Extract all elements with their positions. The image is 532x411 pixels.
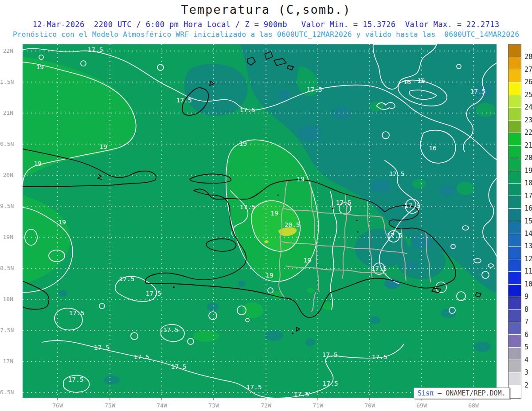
y-axis-label: 22N bbox=[0, 47, 13, 54]
contour-label: 17.5 bbox=[240, 204, 255, 211]
contour-label: 19 bbox=[239, 140, 246, 147]
colorbar-segment bbox=[509, 335, 521, 347]
colorbar-segment bbox=[509, 57, 521, 70]
contour-label: 19 bbox=[297, 176, 304, 183]
longitude-axis: 76W75W74W73W72W71W70W69W68W bbox=[0, 400, 532, 411]
colorbar-tick-label: 27 bbox=[524, 66, 532, 74]
contour-label: 17.5 bbox=[323, 380, 338, 387]
contour-label: 16 bbox=[417, 77, 425, 84]
contour-label: 17.5 bbox=[336, 199, 352, 206]
colorbar-segment bbox=[509, 247, 521, 259]
x-axis-label: 68W bbox=[462, 402, 485, 409]
contour-label: 17.5 bbox=[294, 391, 309, 398]
y-axis-label: 8.5N bbox=[0, 265, 13, 271]
colorbar-tick-label: 21 bbox=[524, 141, 532, 149]
colorbar-segment bbox=[509, 146, 521, 158]
x-axis-tick bbox=[317, 398, 318, 400]
contour-label: 17.5 bbox=[405, 202, 420, 209]
colorbar-tick-label: 12 bbox=[524, 255, 532, 263]
x-axis-label: 73W bbox=[203, 402, 225, 409]
contour-label: 20.5 bbox=[285, 221, 300, 228]
contour-label: 17.5 bbox=[470, 88, 486, 95]
y-axis-label: 6.5N bbox=[0, 389, 13, 395]
colorbar-segment bbox=[509, 171, 521, 184]
colorbar-segment bbox=[509, 385, 521, 398]
x-axis-label: 72W bbox=[255, 402, 277, 409]
colorbar-segment bbox=[509, 133, 521, 145]
colorbar-tick-label: 17 bbox=[524, 192, 532, 200]
colorbar-tick-label: 26 bbox=[524, 78, 532, 86]
credit-text: – ONAMET/REP.DOM. bbox=[434, 389, 506, 397]
contour-label: 17.5 bbox=[322, 351, 338, 358]
contour-label: 17.5 bbox=[88, 46, 103, 53]
x-axis-label: 76W bbox=[47, 402, 69, 409]
colorbar-tick-label: 11 bbox=[524, 267, 532, 275]
colorbar-tick-label: 24 bbox=[524, 103, 532, 111]
contour-label: 19 bbox=[270, 210, 278, 217]
contour-label: 16 bbox=[429, 145, 436, 152]
colorbar-tick-label: 10 bbox=[524, 280, 532, 288]
contour-label: 17.5 bbox=[171, 363, 187, 370]
contour-label: 17.5 bbox=[163, 326, 179, 333]
colorbar-tick-label: 9 bbox=[524, 293, 528, 301]
grads-temperature-forecast-page: { "header": { "title": "Temperatura (C,s… bbox=[0, 0, 532, 411]
colorbar-segment bbox=[509, 285, 521, 297]
colorbar-segment bbox=[509, 184, 521, 196]
colorbar-segment bbox=[509, 221, 521, 234]
credit-box: Sisπ – ONAMET/REP.DOM. bbox=[414, 388, 510, 399]
contour-label: 19 bbox=[58, 219, 66, 226]
contour-label: 19 bbox=[303, 257, 311, 264]
colorbar-tick-label: 23 bbox=[524, 116, 532, 124]
pi-icon: π bbox=[430, 389, 434, 397]
model-init-line: Pronóstico con el Modelo Atmosférico WRF… bbox=[0, 30, 532, 39]
x-axis-tick bbox=[161, 398, 162, 400]
contour-label: 17.5 bbox=[307, 86, 322, 93]
contour-label: 19 bbox=[266, 272, 273, 279]
colorbar-tick-label: 3 bbox=[524, 368, 528, 376]
colorbar-tick-label: 22 bbox=[524, 129, 532, 137]
x-axis-tick bbox=[266, 398, 266, 400]
colorbar-tick-label: 14 bbox=[524, 230, 532, 238]
colorbar-segment bbox=[509, 373, 521, 385]
colorbar-segment bbox=[509, 297, 521, 309]
contour-label: 17.5 bbox=[246, 384, 262, 391]
x-axis-tick bbox=[110, 398, 110, 400]
colorbar-tick-label: 19 bbox=[524, 167, 532, 175]
colorbar-segment bbox=[509, 121, 521, 133]
colorbar bbox=[508, 44, 521, 399]
valid-time-line: 12-Mar-2026 2200 UTC / 6:00 pm Hora Loca… bbox=[0, 20, 532, 29]
colorbar-segment bbox=[509, 209, 521, 221]
contour-label: 19 bbox=[99, 143, 107, 150]
colorbar-segment bbox=[509, 70, 521, 82]
colorbar-tick-label: 5 bbox=[524, 343, 528, 351]
contour-label: 17.5 bbox=[372, 353, 387, 360]
colorbar-tick-label: 6 bbox=[524, 331, 528, 339]
colorbar-tick-label: 13 bbox=[524, 242, 532, 250]
colorbar-tick-label: 8 bbox=[524, 305, 528, 313]
contour-label: 19 bbox=[36, 63, 43, 70]
colorbar-segment bbox=[509, 45, 521, 57]
colorbar-tick-label: 15 bbox=[524, 217, 532, 225]
colorbar-tick-label: 20 bbox=[524, 154, 532, 162]
colorbar-tick-label: 18 bbox=[524, 179, 532, 187]
y-axis-label: 18N bbox=[0, 296, 13, 302]
contour-label: 17.5 bbox=[372, 265, 387, 272]
contour-label: 17.5 bbox=[69, 309, 85, 317]
colorbar-tick-label: 25 bbox=[524, 91, 532, 99]
latitude-axis: 22N1.5N21N0.5N20N9.5N19N8.5N18N7.5N17N6.… bbox=[0, 0, 13, 411]
colorbar-tick-label: 7 bbox=[524, 318, 528, 326]
colorbar-tick-label: 2 bbox=[524, 381, 528, 389]
y-axis-label: 20N bbox=[0, 172, 13, 178]
contour-label: 17.5 bbox=[240, 106, 255, 114]
x-axis-tick bbox=[213, 398, 214, 400]
contour-label: 17.5 bbox=[389, 170, 405, 177]
colorbar-segment bbox=[509, 322, 521, 335]
contour-label: 19 bbox=[34, 160, 41, 167]
colorbar-tick-label: 28 bbox=[524, 53, 532, 61]
contour-label: 17.5 bbox=[119, 275, 135, 282]
colorbar-segment bbox=[509, 108, 521, 120]
colorbar-segment bbox=[509, 348, 521, 360]
contour-label: 17.5 bbox=[68, 376, 84, 383]
colorbar-segment bbox=[509, 310, 521, 322]
contour-label: 17.5 bbox=[134, 353, 149, 360]
